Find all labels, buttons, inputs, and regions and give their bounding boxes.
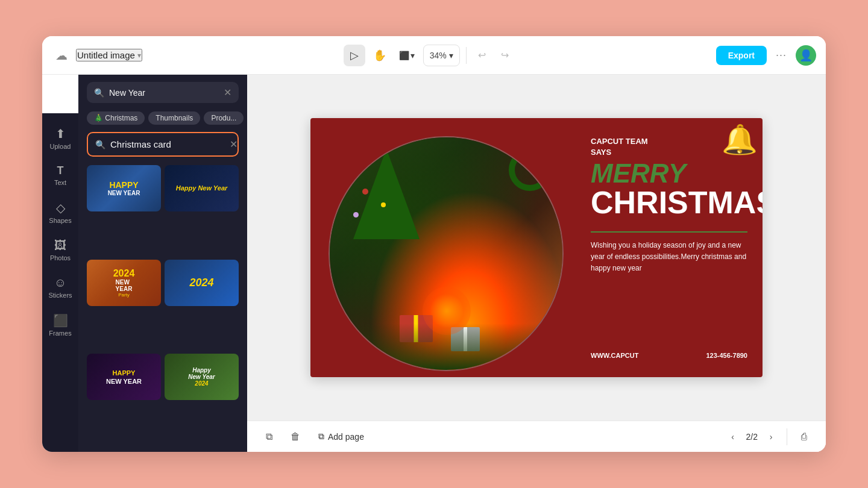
- canvas-area: 🔔 CAPCUT TEAM SAYS MERRY CHRISTMAS Wishi…: [247, 75, 826, 452]
- active-search-clear-icon[interactable]: ✕: [230, 139, 237, 150]
- top-bar: ☁ Untitled image ▾ ▷ ✋ ⬛ ▾ 34% ▾ ↩ ↪ Exp…: [42, 36, 826, 75]
- template-card-3[interactable]: 2024 NEWYEAR Party: [87, 260, 161, 306]
- delete-page-button[interactable]: 🗑: [286, 427, 305, 446]
- more-options-button[interactable]: ···: [772, 46, 791, 65]
- template-card-1[interactable]: HAPPY NEW YEAR: [87, 165, 161, 211]
- add-page-label: Add page: [328, 432, 364, 442]
- wish-text: Wishing you a holiday season of joy and …: [591, 240, 747, 275]
- fireplace-bg: [330, 137, 562, 370]
- select-tool-button[interactable]: ▷: [344, 45, 365, 66]
- christmas-label: CHRISTMAS: [591, 187, 747, 218]
- avatar[interactable]: 👤: [796, 45, 816, 66]
- active-search-icon: 🔍: [95, 140, 105, 149]
- active-search-box[interactable]: 🔍 ✕: [87, 132, 239, 157]
- template-card-6[interactable]: HappyNew Year2024: [165, 354, 239, 400]
- hand-tool-button[interactable]: ✋: [369, 45, 391, 66]
- canvas-wrapper: 🔔 CAPCUT TEAM SAYS MERRY CHRISTMAS Wishi…: [247, 75, 826, 421]
- redo-button[interactable]: ↪: [495, 46, 515, 65]
- top-bar-center: ▷ ✋ ⬛ ▾ 34% ▾ ↩ ↪: [147, 45, 711, 66]
- toolbar-divider: [466, 47, 467, 64]
- undo-button[interactable]: ↩: [473, 46, 492, 65]
- frames-label: Frames: [49, 330, 71, 337]
- layout-button[interactable]: ⬛ ▾: [394, 45, 420, 66]
- circle-image: [329, 136, 564, 371]
- stickers-label: Stickers: [48, 292, 72, 299]
- zoom-button[interactable]: 34% ▾: [423, 45, 460, 66]
- card-text-area: CAPCUT TEAM SAYS MERRY CHRISTMAS Wishing…: [576, 118, 763, 377]
- bottom-bar: ⧉ 🗑 ⧉ Add page ‹ 2/2 › ⎙: [247, 421, 826, 452]
- sidebar-item-shapes[interactable]: ◇ Shapes: [42, 195, 78, 230]
- sidebar-item-text[interactable]: T Text: [42, 158, 78, 192]
- card-phone: 123-456-7890: [706, 352, 747, 359]
- page-nav: ‹ 2/2 › ⎙: [725, 427, 814, 446]
- merry-label: MERRY: [591, 160, 747, 187]
- old-search-clear-icon[interactable]: ✕: [224, 87, 231, 98]
- ornament-1: [362, 189, 368, 195]
- page-nav-divider: [787, 428, 787, 445]
- cloud-icon: ☁: [52, 46, 71, 65]
- zoom-value: 34%: [430, 51, 447, 60]
- page-indicator: 2/2: [746, 432, 758, 442]
- sidebar-item-upload[interactable]: ⬆ Upload: [42, 120, 78, 156]
- shapes-icon: ◇: [56, 201, 65, 215]
- old-search-input[interactable]: [109, 88, 219, 98]
- sidebar-item-frames[interactable]: ⬛ Frames: [42, 307, 78, 343]
- wreath-shape: [509, 149, 551, 191]
- duplicate-page-button[interactable]: ⧉: [259, 427, 278, 446]
- top-bar-left: ☁ Untitled image ▾: [52, 46, 142, 65]
- text-icon: T: [57, 164, 64, 177]
- tree-shape: [353, 149, 420, 239]
- search-icon: 🔍: [94, 88, 104, 98]
- upload-label: Upload: [50, 143, 71, 150]
- card-canvas: 🔔 CAPCUT TEAM SAYS MERRY CHRISTMAS Wishi…: [310, 118, 763, 377]
- next-page-button[interactable]: ›: [763, 428, 779, 445]
- left-sidebar: 🔍 ✕ 🎄 Christmas Thumbnails Produ... 🔍 ✕: [78, 75, 247, 452]
- ornament-3: [353, 212, 359, 217]
- ornament-2: [381, 202, 386, 207]
- photos-icon: 🖼: [54, 239, 66, 252]
- sidebar-item-photos[interactable]: 🖼 Photos: [42, 233, 78, 267]
- export-button[interactable]: Export: [716, 46, 767, 65]
- doc-title-button[interactable]: Untitled image ▾: [76, 49, 142, 61]
- template-card-2[interactable]: Happy New Year: [165, 165, 239, 211]
- tag-chip-products[interactable]: Produ...: [204, 111, 244, 125]
- top-bar-right: Export ··· 👤: [716, 45, 816, 66]
- template-card-4[interactable]: 2024: [165, 260, 239, 306]
- tag-chip-thumbnails[interactable]: Thumbnails: [148, 111, 200, 125]
- frames-icon: ⬛: [53, 313, 68, 328]
- add-page-icon: ⧉: [318, 431, 324, 442]
- card-divider: [591, 231, 747, 233]
- card-footer: WWW.CAPCUT 123-456-7890: [591, 342, 747, 359]
- card-website: WWW.CAPCUT: [591, 352, 638, 359]
- template-grid: HAPPY NEW YEAR Happy New Year 2024: [78, 161, 247, 452]
- sidebar-item-stickers[interactable]: ☺ Stickers: [42, 270, 78, 305]
- fire-glow: [423, 287, 471, 335]
- app-window: ☁ Untitled image ▾ ▷ ✋ ⬛ ▾ 34% ▾ ↩ ↪ Exp…: [42, 36, 826, 452]
- add-page-button[interactable]: ⧉ Add page: [312, 428, 370, 445]
- text-label: Text: [54, 179, 66, 186]
- old-search-bar[interactable]: 🔍 ✕: [87, 82, 239, 103]
- active-search-input[interactable]: [110, 139, 225, 149]
- layout-chevron: ▾: [410, 51, 415, 60]
- tag-chips-row: 🎄 Christmas Thumbnails Produ...: [78, 108, 247, 128]
- icon-nav: ⬆ Upload T Text ◇ Shapes 🖼 Photos ☺ S: [42, 113, 78, 452]
- chevron-down-icon: ▾: [137, 51, 141, 60]
- doc-title-text: Untitled image: [77, 50, 135, 60]
- left-panel: ⬆ Upload T Text ◇ Shapes 🖼 Photos ☺ S: [42, 75, 247, 452]
- photos-label: Photos: [50, 254, 71, 261]
- shapes-label: Shapes: [49, 217, 71, 224]
- prev-page-button[interactable]: ‹: [725, 428, 741, 445]
- tag-chip-christmas[interactable]: 🎄 Christmas: [87, 111, 145, 125]
- main-content: ⬆ Upload T Text ◇ Shapes 🖼 Photos ☺ S: [42, 75, 826, 452]
- share-button[interactable]: ⎙: [794, 427, 814, 446]
- old-search-area: 🔍 ✕: [78, 75, 247, 108]
- capcut-team-label: CAPCUT TEAM SAYS: [591, 136, 747, 158]
- zoom-chevron: ▾: [449, 51, 453, 60]
- template-card-5[interactable]: HAPPY NEW YEAR: [87, 354, 161, 400]
- stickers-icon: ☺: [54, 276, 66, 290]
- upload-icon: ⬆: [55, 127, 66, 141]
